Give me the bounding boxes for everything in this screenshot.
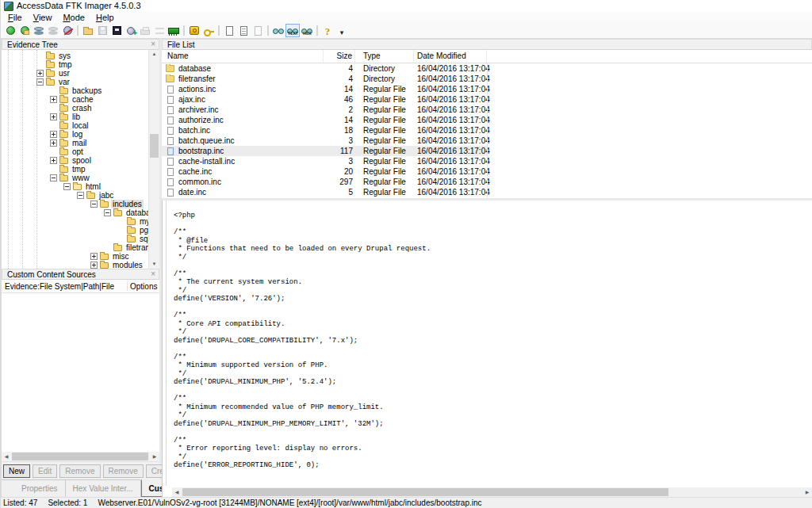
remove-button[interactable]: Remove [59, 464, 100, 478]
scroll-left-icon[interactable] [172, 487, 182, 497]
scrollbar-thumb[interactable] [12, 453, 148, 460]
menu-view[interactable]: View [28, 12, 58, 23]
archiver.inc[interactable]: archiver.inc 2 Regular File 16/04/2016 1… [162, 105, 487, 115]
column-size[interactable]: Size [324, 50, 355, 63]
expand-toggle-icon[interactable] [50, 113, 57, 120]
scroll-right-icon[interactable] [802, 487, 812, 497]
tree-item[interactable]: database [2, 208, 148, 217]
image-mounting-icon[interactable] [32, 24, 46, 37]
detect-encryption-icon[interactable] [201, 24, 216, 37]
scroll-right-icon[interactable] [150, 452, 159, 461]
menu-file[interactable]: File [2, 12, 28, 23]
column-options[interactable]: Options [127, 282, 159, 291]
menu-help[interactable]: Help [90, 12, 120, 23]
tree-item[interactable]: spool [2, 156, 148, 165]
filetransfer[interactable]: filetransfer 4 Directory 16/04/2016 13:1… [162, 74, 487, 84]
custom-content-list[interactable] [2, 293, 159, 452]
tree-item[interactable]: opt [2, 147, 148, 156]
actions.inc[interactable]: actions.inc 14 Regular File 16/04/2016 1… [162, 84, 487, 94]
expand-toggle-icon[interactable] [77, 192, 84, 199]
tree-item[interactable]: misc [2, 252, 148, 261]
scrollbar-thumb[interactable] [150, 134, 159, 158]
expand-toggle-icon[interactable] [36, 78, 44, 86]
tree-item[interactable]: local [2, 121, 148, 130]
close-icon[interactable]: × [151, 270, 155, 278]
menu-mode[interactable]: Mode [57, 12, 90, 23]
expand-toggle-icon[interactable] [50, 139, 57, 147]
create-disk-image-icon[interactable] [81, 24, 95, 37]
scroll-down-icon[interactable] [149, 260, 159, 269]
tree-item[interactable]: mysql [2, 217, 148, 226]
cache.inc[interactable]: cache.inc 20 Regular File 16/04/2016 13:… [162, 166, 487, 177]
scrollbar-thumb[interactable] [182, 488, 668, 496]
verify-image-icon[interactable] [152, 24, 167, 37]
tree-item[interactable]: lib [2, 113, 148, 121]
add-evidence-disk-icon[interactable] [124, 24, 138, 37]
add-all-attached-devices-icon[interactable] [17, 24, 32, 37]
text-viewer-pane[interactable]: <?php /** * @file * Functions that need … [162, 201, 812, 497]
custom-content-horizontal-scrollbar[interactable] [2, 452, 159, 461]
tab-hex-value-interpreter[interactable]: Hex Value Inter... [66, 480, 141, 497]
expand-toggle-icon[interactable] [50, 174, 57, 181]
document-disabled-icon[interactable] [251, 24, 265, 37]
tree-item[interactable]: cache [2, 95, 148, 104]
viewer-horizontal-scrollbar[interactable] [172, 487, 812, 497]
expand-toggle-icon[interactable] [90, 253, 98, 260]
tree-item[interactable]: sqlite [2, 235, 148, 243]
expand-toggle-icon[interactable] [50, 131, 57, 138]
close-icon[interactable]: × [151, 40, 155, 48]
save-icon[interactable] [95, 24, 109, 37]
evidence-tree-vertical-scrollbar[interactable] [148, 50, 159, 269]
bootstrap.inc[interactable]: bootstrap.inc 117 Regular File 16/04/201… [162, 146, 487, 156]
view-text-icon[interactable] [285, 24, 300, 37]
tree-item[interactable]: var [2, 78, 148, 86]
expand-toggle-icon[interactable] [50, 96, 57, 103]
column-evidence[interactable]: Evidence:File System|Path|File [2, 282, 127, 291]
tree-item[interactable]: tmp [2, 60, 148, 69]
tree-item[interactable]: tmp [2, 165, 148, 174]
expand-toggle-icon[interactable] [104, 209, 111, 216]
add-evidence-item-icon[interactable] [3, 24, 17, 37]
export-disk-image-icon[interactable] [109, 24, 124, 37]
tree-item[interactable]: filetransfer [2, 243, 148, 252]
tree-item[interactable]: sys [2, 52, 148, 60]
unmount-image-icon[interactable] [46, 24, 60, 37]
evidence-tree[interactable]: sys tmp [2, 50, 148, 269]
remove-all-button[interactable]: Remove All [103, 464, 144, 478]
batch.queue.inc[interactable]: batch.queue.inc 3 Regular File 16/04/201… [162, 136, 487, 146]
expand-toggle-icon[interactable] [36, 70, 44, 77]
tree-item[interactable]: modules [2, 261, 148, 269]
tab-properties[interactable]: Properties [14, 480, 66, 497]
tree-item[interactable]: html [2, 182, 148, 191]
capture-memory-icon[interactable] [167, 24, 181, 37]
tree-item[interactable]: backups [2, 86, 148, 95]
column-type[interactable]: Type [355, 50, 414, 63]
tree-item[interactable]: www [2, 174, 148, 182]
tree-item[interactable]: includes [2, 200, 148, 208]
help-icon[interactable] [320, 24, 335, 37]
expand-toggle-icon[interactable] [90, 262, 98, 269]
authorize.inc[interactable]: authorize.inc 14 Regular File 16/04/2016… [162, 115, 487, 125]
ajax.inc[interactable]: ajax.inc 46 Regular File 16/04/2016 13:1… [162, 94, 487, 105]
cache-install.inc[interactable]: cache-install.inc 3 Regular File 16/04/2… [162, 156, 487, 166]
tree-item[interactable]: log [2, 130, 148, 139]
toolbar-options-caret-icon[interactable] [335, 24, 349, 37]
document-properties-icon[interactable] [236, 24, 251, 37]
expand-toggle-icon[interactable] [50, 157, 57, 164]
expand-toggle-icon[interactable] [63, 183, 71, 190]
column-name[interactable]: Name [162, 50, 324, 63]
scroll-left-icon[interactable] [2, 452, 11, 461]
tree-item[interactable]: pgsql [2, 226, 148, 235]
date.inc[interactable]: date.inc 5 Regular File 16/04/2016 13:17… [162, 187, 487, 197]
obtain-protected-files-icon[interactable] [187, 24, 201, 37]
new-button[interactable]: New [3, 464, 30, 478]
expand-toggle-icon[interactable] [90, 201, 98, 208]
common.inc[interactable]: common.inc 297 Regular File 16/04/2016 1… [162, 177, 487, 187]
edit-button[interactable]: Edit [33, 464, 57, 478]
remove-evidence-item-icon[interactable] [60, 24, 75, 37]
tree-item[interactable]: mail [2, 139, 148, 147]
database[interactable]: database 4 Directory 16/04/2016 13:17:04 [162, 63, 487, 74]
tree-item[interactable]: jabc [2, 191, 148, 200]
batch.inc[interactable]: batch.inc 18 Regular File 16/04/2016 13:… [162, 125, 487, 136]
view-automatic-icon[interactable] [271, 24, 285, 37]
